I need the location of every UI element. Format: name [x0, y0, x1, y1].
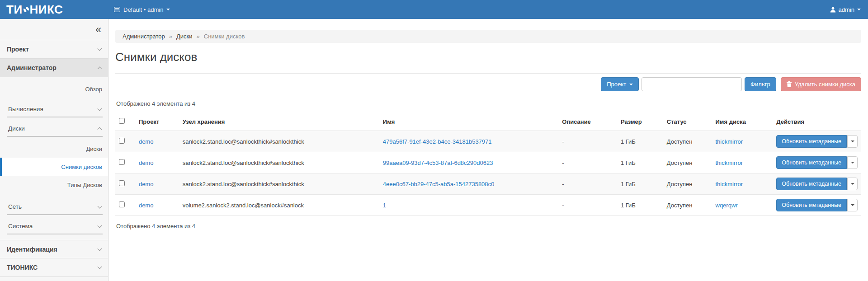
volume-name-link[interactable]: thickmirror — [716, 138, 743, 145]
chevron-down-icon — [629, 84, 633, 85]
brand-swirl-icon — [24, 7, 29, 12]
context-label: Default • admin — [123, 6, 163, 13]
table-header-row: Проект Узел хранения Имя Описание Размер… — [115, 112, 861, 131]
user-label: admin — [839, 6, 854, 13]
row-actions-dropdown-toggle[interactable] — [847, 135, 858, 148]
sidebar-group-network[interactable]: Сеть — [7, 197, 103, 215]
sidebar-item-volume-types[interactable]: Типы Дисков — [0, 176, 108, 194]
breadcrumb-link-volumes[interactable]: Диски — [176, 33, 193, 40]
sidebar-item-label: ТИОНИКС — [7, 264, 38, 271]
sidebar-item-label: Типы Дисков — [67, 182, 102, 188]
chevron-down-icon — [98, 246, 102, 251]
row-checkbox[interactable] — [119, 159, 125, 165]
description-cell: - — [558, 195, 617, 216]
chevron-down-icon — [98, 265, 102, 269]
table-row: demo volume2.sanlock2.stand.loc@sanlock#… — [115, 195, 861, 216]
update-metadata-button[interactable]: Обновить метаданные — [776, 199, 847, 211]
sidebar-group-system[interactable]: Система — [7, 217, 103, 234]
update-metadata-button[interactable]: Обновить метаданные — [776, 178, 847, 190]
select-all-checkbox[interactable] — [119, 118, 125, 124]
page-title: Снимки дисков — [115, 50, 861, 64]
page-header: Снимки дисков — [115, 43, 861, 74]
main-content: Администратор » Диски » Снимки дисков Сн… — [108, 19, 868, 281]
delete-snapshots-button[interactable]: Удалить снимки диска — [781, 77, 861, 91]
project-link[interactable]: demo — [139, 138, 154, 145]
breadcrumb: Администратор » Диски » Снимки дисков — [115, 30, 861, 43]
column-header-volume-name: Имя диска — [712, 112, 773, 131]
sidebar-group-volumes[interactable]: Диски — [7, 119, 103, 137]
chevron-down-icon — [98, 47, 102, 51]
volume-name-link[interactable]: thickmirror — [716, 181, 743, 187]
row-actions: Обновить метаданные — [776, 199, 858, 211]
sidebar-admin-panel: Обзор Вычисления Диски Диски Снимки диск… — [0, 77, 108, 236]
row-checkbox[interactable] — [119, 180, 125, 186]
user-icon — [830, 7, 836, 13]
chevron-down-icon — [98, 204, 102, 208]
snapshot-name-link[interactable]: 4eee0c67-bb29-47c5-ab5a-1542735808c0 — [383, 181, 495, 187]
column-header-name: Имя — [379, 112, 558, 131]
row-actions-dropdown-toggle[interactable] — [847, 156, 858, 169]
sidebar-item-overview[interactable]: Обзор — [0, 80, 108, 98]
table-row: demo sanlock2.stand.loc@sanlockthick#san… — [115, 131, 861, 152]
sidebar-item-label: Вычисления — [8, 106, 43, 112]
host-cell: sanlock2.stand.loc@sanlockthick#sanlockt… — [179, 152, 379, 173]
sidebar-volumes-panel: Диски Снимки дисков Типы Дисков — [0, 137, 108, 196]
project-filter-dropdown[interactable]: Проект — [601, 77, 639, 91]
row-checkbox[interactable] — [119, 138, 125, 144]
update-metadata-button[interactable]: Обновить метаданные — [776, 156, 847, 169]
project-link[interactable]: demo — [139, 202, 154, 209]
snapshot-name-link[interactable]: 479a56f7-91ef-43e2-b4ce-34181b537971 — [383, 138, 492, 145]
project-filter-label: Проект — [607, 81, 626, 88]
user-menu[interactable]: admin — [830, 6, 861, 13]
chevron-down-icon — [98, 223, 102, 228]
sidebar-item-label: Идентификация — [7, 246, 57, 253]
chevron-down-icon — [851, 140, 854, 142]
chevron-up-icon — [98, 127, 102, 132]
items-count-bottom: Отображено 4 элемента из 4 — [116, 223, 861, 229]
size-cell: 1 ГиБ — [617, 195, 663, 216]
sidebar-item-volume-snapshots[interactable]: Снимки дисков — [0, 158, 108, 176]
snapshot-name-link[interactable]: 99aaea09-93d7-4c53-87af-6d8c290d0623 — [383, 159, 493, 166]
sidebar-group-compute[interactable]: Вычисления — [7, 100, 103, 117]
filter-button-label: Фильтр — [750, 81, 770, 88]
column-header-size: Размер — [617, 112, 663, 131]
project-link[interactable]: demo — [139, 181, 154, 187]
column-header-project: Проект — [135, 112, 179, 131]
context-switcher[interactable]: Default • admin — [114, 6, 170, 13]
breadcrumb-current: Снимки дисков — [204, 33, 245, 40]
description-cell: - — [558, 131, 617, 152]
row-actions-dropdown-toggle[interactable] — [847, 178, 858, 190]
row-actions-dropdown-toggle[interactable] — [847, 199, 858, 211]
domain-project-icon — [114, 7, 120, 12]
sidebar-item-tionix[interactable]: ТИОНИКС — [0, 258, 108, 277]
breadcrumb-separator: » — [197, 33, 200, 40]
description-cell: - — [558, 152, 617, 173]
snapshots-table: Проект Узел хранения Имя Описание Размер… — [115, 112, 861, 216]
sidebar-item-identity[interactable]: Идентификация — [0, 240, 108, 258]
column-header-host: Узел хранения — [179, 112, 379, 131]
update-metadata-button[interactable]: Обновить метаданные — [776, 135, 847, 148]
top-navbar: ТИ НИКС Default • admin admin — [0, 0, 868, 19]
description-cell: - — [558, 173, 617, 195]
items-count-top: Отображено 4 элемента из 4 — [116, 100, 861, 107]
filter-button[interactable]: Фильтр — [745, 77, 776, 91]
status-cell: Доступен — [663, 131, 712, 152]
project-link[interactable]: demo — [139, 159, 154, 166]
sidebar-item-label: Администратор — [7, 64, 57, 71]
row-checkbox[interactable] — [119, 201, 125, 207]
sidebar-collapse-button[interactable]: « — [95, 24, 101, 35]
sidebar-item-project[interactable]: Проект — [0, 40, 108, 59]
filter-input[interactable] — [642, 77, 742, 91]
sidebar-item-admin[interactable]: Администратор — [0, 59, 108, 77]
brand-logo[interactable]: ТИ НИКС — [0, 4, 108, 15]
breadcrumb-link-admin[interactable]: Администратор — [123, 33, 165, 40]
sidebar-item-label: Диски — [8, 125, 25, 132]
volume-name-link[interactable]: thickmirror — [716, 159, 743, 166]
sidebar-item-volumes[interactable]: Диски — [0, 140, 108, 158]
snapshot-name-link[interactable]: 1 — [383, 202, 386, 209]
column-header-description: Описание — [558, 112, 617, 131]
row-actions: Обновить метаданные — [776, 156, 858, 169]
row-actions: Обновить метаданные — [776, 178, 858, 190]
chevron-down-icon — [166, 9, 170, 10]
volume-name-link[interactable]: wqerqwr — [716, 202, 738, 209]
